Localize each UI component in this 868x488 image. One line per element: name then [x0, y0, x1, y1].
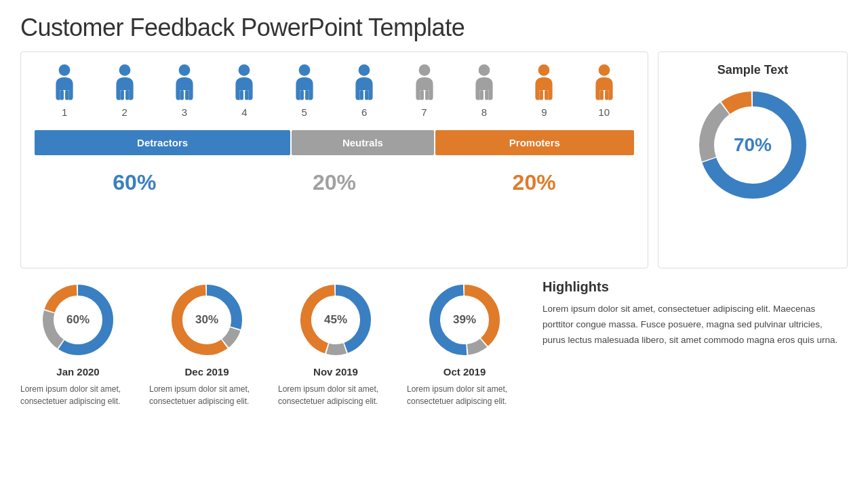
- figure-item: 1: [50, 63, 79, 118]
- month-card: 45%Nov 2019Lorem ipsum dolor sit amet, c…: [278, 279, 393, 407]
- mini-donut-center: 39%: [453, 313, 476, 327]
- mini-donut-center: 60%: [66, 313, 90, 327]
- svg-rect-10: [240, 90, 243, 100]
- page-title: Customer Feedback PowerPoint Template: [20, 14, 848, 42]
- svg-rect-7: [180, 90, 184, 100]
- detractors-segment: Detractors: [35, 130, 290, 155]
- main-donut-center: 70%: [734, 134, 772, 156]
- neutrals-pct-item: 20%: [313, 170, 356, 195]
- svg-point-27: [598, 64, 610, 76]
- svg-point-21: [479, 64, 490, 76]
- figure-item: 2: [111, 63, 139, 118]
- svg-rect-16: [360, 90, 363, 100]
- promoters-segment: Promoters: [435, 130, 634, 155]
- person-icon: [470, 63, 498, 102]
- month-title: Jan 2020: [56, 366, 99, 378]
- figure-label: 4: [241, 106, 247, 118]
- svg-rect-14: [305, 90, 309, 100]
- month-title: Nov 2019: [313, 366, 358, 378]
- svg-rect-4: [120, 90, 123, 100]
- figure-label: 8: [481, 106, 487, 118]
- figure-label: 9: [541, 106, 547, 118]
- mini-donut-2: 45%: [295, 279, 376, 361]
- mini-donut-center: 30%: [195, 313, 218, 327]
- figure-item: 7: [410, 63, 439, 118]
- right-panel: Sample Text 70%: [658, 52, 848, 268]
- svg-rect-23: [485, 90, 488, 100]
- promoters-pct: 20%: [513, 170, 556, 195]
- svg-rect-25: [540, 90, 543, 100]
- right-panel-title: Sample Text: [717, 63, 789, 77]
- figure-item: 10: [590, 63, 618, 118]
- svg-rect-26: [545, 90, 548, 100]
- svg-rect-8: [185, 90, 189, 100]
- percentages-row: 60% 20% 20%: [35, 170, 634, 195]
- main-content: 1 2 3 4 5 6: [20, 52, 848, 268]
- person-icon: [590, 63, 618, 102]
- person-icon: [530, 63, 558, 102]
- month-desc: Lorem ipsum dolor sit amet, consectetuer…: [407, 383, 522, 407]
- promoters-pct-item: 20%: [513, 170, 556, 195]
- svg-point-24: [538, 64, 550, 76]
- svg-rect-17: [365, 90, 368, 100]
- neutrals-segment: Neutrals: [292, 130, 434, 155]
- person-icon: [170, 63, 199, 102]
- figure-label: 7: [421, 106, 427, 118]
- detractors-pct-item: 60%: [113, 170, 156, 195]
- svg-point-12: [298, 64, 310, 76]
- svg-rect-2: [65, 90, 68, 100]
- figure-item: 9: [530, 63, 558, 118]
- segments-row: Detractors Neutrals Promoters: [35, 130, 634, 155]
- person-icon: [50, 63, 79, 102]
- person-icon: [230, 63, 258, 102]
- highlights-title: Highlights: [542, 279, 841, 295]
- svg-rect-5: [125, 90, 129, 100]
- svg-rect-19: [420, 90, 423, 100]
- figure-item: 3: [170, 63, 199, 118]
- month-title: Dec 2019: [184, 366, 229, 378]
- figure-label: 6: [361, 106, 367, 118]
- svg-rect-29: [605, 90, 608, 100]
- figure-item: 4: [230, 63, 258, 118]
- svg-point-0: [59, 64, 71, 76]
- svg-rect-20: [425, 90, 429, 100]
- month-card: 39%Oct 2019Lorem ipsum dolor sit amet, c…: [407, 279, 522, 407]
- person-icon: [350, 63, 378, 102]
- detractors-pct: 60%: [113, 170, 156, 195]
- person-icon: [111, 63, 139, 102]
- svg-point-3: [119, 64, 130, 76]
- main-donut: 70%: [692, 84, 814, 206]
- svg-rect-22: [480, 90, 484, 100]
- person-icon: [410, 63, 439, 102]
- person-icon: [290, 63, 319, 102]
- month-card: 60%Jan 2020Lorem ipsum dolor sit amet, c…: [20, 279, 136, 407]
- highlights-panel: Highlights Lorem ipsum dolor sit amet, c…: [536, 279, 848, 348]
- svg-point-18: [418, 64, 430, 76]
- figure-item: 5: [290, 63, 319, 118]
- month-card: 30%Dec 2019Lorem ipsum dolor sit amet, c…: [149, 279, 264, 407]
- svg-rect-13: [300, 90, 303, 100]
- figure-item: 6: [350, 63, 378, 118]
- month-title: Oct 2019: [443, 366, 486, 378]
- figures-row: 1 2 3 4 5 6: [35, 63, 634, 121]
- month-desc: Lorem ipsum dolor sit amet, consectetuer…: [20, 383, 136, 407]
- svg-rect-1: [60, 90, 64, 100]
- mini-donut-0: 60%: [37, 279, 119, 361]
- figure-item: 8: [470, 63, 498, 118]
- svg-point-9: [239, 64, 250, 76]
- bottom-content: 60%Jan 2020Lorem ipsum dolor sit amet, c…: [20, 279, 848, 407]
- highlights-text: Lorem ipsum dolor sit amet, consectetuer…: [542, 302, 841, 348]
- svg-rect-11: [245, 90, 248, 100]
- figure-label: 5: [302, 106, 307, 118]
- mini-donut-3: 39%: [424, 279, 505, 361]
- left-panel: 1 2 3 4 5 6: [20, 52, 648, 268]
- svg-rect-28: [599, 90, 603, 100]
- neutrals-pct: 20%: [313, 170, 356, 195]
- month-desc: Lorem ipsum dolor sit amet, consectetuer…: [278, 383, 393, 407]
- svg-point-6: [179, 64, 191, 76]
- month-desc: Lorem ipsum dolor sit amet, consectetuer…: [149, 383, 264, 407]
- svg-point-15: [359, 64, 370, 76]
- figure-label: 2: [121, 106, 127, 118]
- figure-label: 3: [182, 106, 187, 118]
- mini-donut-1: 30%: [166, 279, 248, 361]
